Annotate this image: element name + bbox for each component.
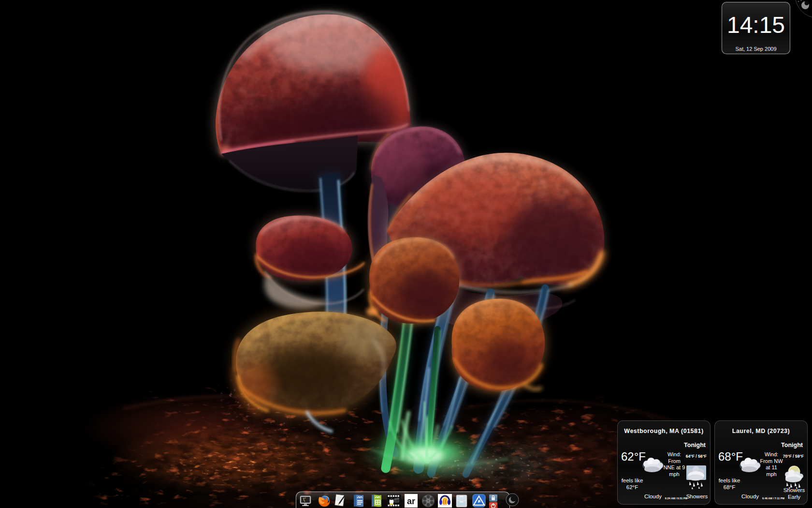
svg-text:ar: ar — [407, 496, 415, 506]
